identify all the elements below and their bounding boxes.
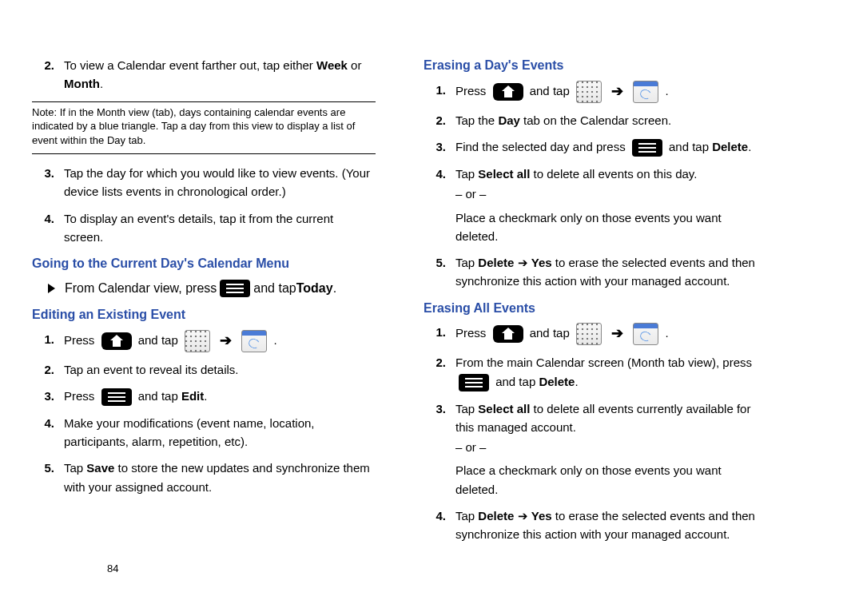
text: ➔ [514,509,531,523]
calendar-app-icon [633,81,658,103]
step-body: Tap the Day tab on the Calendar screen. [455,111,767,129]
triangle-bullet-icon [48,284,55,293]
text: . [748,140,751,153]
step-number: 4. [32,414,64,451]
step-number: 1. [424,323,455,345]
list-item: 2. Tap the Day tab on the Calendar scree… [424,111,767,129]
step-body: Tap Delete ➔ Yes to erase the selected e… [455,507,767,544]
bold-select-all: Select all [478,402,530,415]
text: Place a checkmark only on those events y… [455,463,722,495]
bold-edit: Edit [181,389,204,403]
text: Press [64,389,98,403]
step-number: 3. [424,399,455,499]
step-number: 5. [424,253,455,291]
list-item: 3. Find the selected day and press and t… [424,137,767,157]
right-column: Erasing a Day's Events 1. Press and tap … [424,56,767,551]
step-number: 4. [424,165,455,245]
list-item: 1. Press and tap ➔ . [424,323,767,345]
step-body: Tap Save to store the new updates and sy… [64,459,376,496]
or-separator: – or – [455,438,767,456]
list-item: 2. To view a Calendar event farther out,… [32,56,376,93]
list-item: 4. To display an event's details, tap it… [32,209,376,247]
step-number: 3. [424,137,455,157]
step-number: 5. [32,459,64,496]
calendar-app-icon [241,330,267,352]
bold-delete: Delete [478,509,514,523]
step-body: To view a Calendar event farther out, ta… [64,56,376,93]
list-item: 4. Make your modifications (event name, … [32,414,376,451]
text: Tap [455,402,478,415]
page-number: 84 [107,562,118,574]
list-item: 2. From the main Calendar screen (Month … [424,353,767,391]
text: Tap [64,461,86,475]
list-item: 4. Tap Select all to delete all events o… [424,165,767,245]
text: Tap [455,509,478,523]
bold-yes: Yes [531,509,552,523]
step-number: 4. [424,507,455,544]
list-item: 1. Press and tap ➔ . [424,81,767,103]
heading-erase-day: Erasing a Day's Events [424,56,767,76]
text: Tap the [455,113,498,127]
step-number: 4. [32,209,64,247]
bold-today: Today [296,279,333,299]
menu-button-icon [632,139,662,157]
text: and tap [253,279,296,299]
list-item: 5. Tap Save to store the new updates and… [32,459,376,496]
or-separator: – or – [455,185,767,203]
text: . [575,375,578,388]
text: Tap [455,256,478,269]
step-body: Tap Select all to delete all events curr… [455,399,767,499]
step-body: Tap Select all to delete all events on t… [455,165,767,245]
arrow-icon: ➔ [608,323,626,345]
instruction-row: From Calendar view, press and tap Today. [48,279,376,299]
editing-steps: 1. Press and tap ➔ . 2. Tap an event to … [32,330,376,496]
step-body: Find the selected day and press and tap … [455,137,767,157]
note-box: Note: If in the Month view (tab), days c… [32,101,376,155]
step-number: 1. [32,330,64,352]
calendar-app-icon [633,323,658,345]
step-body: Make your modifications (event name, loc… [64,414,376,451]
text: To view a Calendar event farther out, ta… [64,58,316,72]
view-event-steps-cont: 3. Tap the day for which you would like … [32,164,376,246]
text: and tap [138,333,181,347]
home-button-icon [493,325,523,343]
list-item: 3. Tap the day for which you would like … [32,164,376,201]
manual-page: 2. To view a Calendar event farther out,… [0,0,863,616]
step-body: Press and tap Edit. [64,387,376,406]
view-event-steps: 2. To view a Calendar event farther out,… [32,56,376,93]
step-number: 2. [424,353,455,391]
text: and tap [495,375,539,388]
list-item: 5. Tap Delete ➔ Yes to erase the selecte… [424,253,767,291]
bold-select-all: Select all [478,167,530,181]
text: to delete all events on this day. [530,167,697,181]
menu-button-icon [101,388,132,406]
step-number: 3. [32,164,64,201]
home-button-icon [493,83,523,101]
list-item: 3. Press and tap Edit. [32,387,376,406]
step-number: 2. [32,56,64,93]
text: . [204,389,207,403]
step-number: 1. [424,81,455,103]
text: ➔ [514,256,531,269]
left-column: 2. To view a Calendar event farther out,… [32,56,376,551]
text: or [348,58,362,72]
erase-day-steps: 1. Press and tap ➔ . 2. Tap the Day tab … [424,81,767,291]
step-body: Press and tap ➔ . [64,330,376,352]
list-item: 1. Press and tap ➔ . [32,330,376,352]
home-button-icon [101,332,132,350]
apps-grid-icon [576,81,602,103]
bold-save: Save [86,461,114,475]
bold-delete: Delete [712,140,748,153]
erase-all-steps: 1. Press and tap ➔ . 2. From the main Ca… [424,323,767,543]
arrow-icon: ➔ [217,330,235,352]
step-body: Tap an event to reveal its details. [64,360,376,379]
menu-button-icon [220,280,250,297]
text: . [100,77,103,90]
text: tab on the Calendar screen. [520,113,671,127]
menu-button-icon [459,374,489,391]
step-number: 2. [424,111,455,129]
apps-grid-icon [576,323,602,345]
note-body: If in the Month view (tab), days contain… [32,106,355,146]
bold-month: Month [64,77,100,90]
bold-delete: Delete [539,375,575,388]
